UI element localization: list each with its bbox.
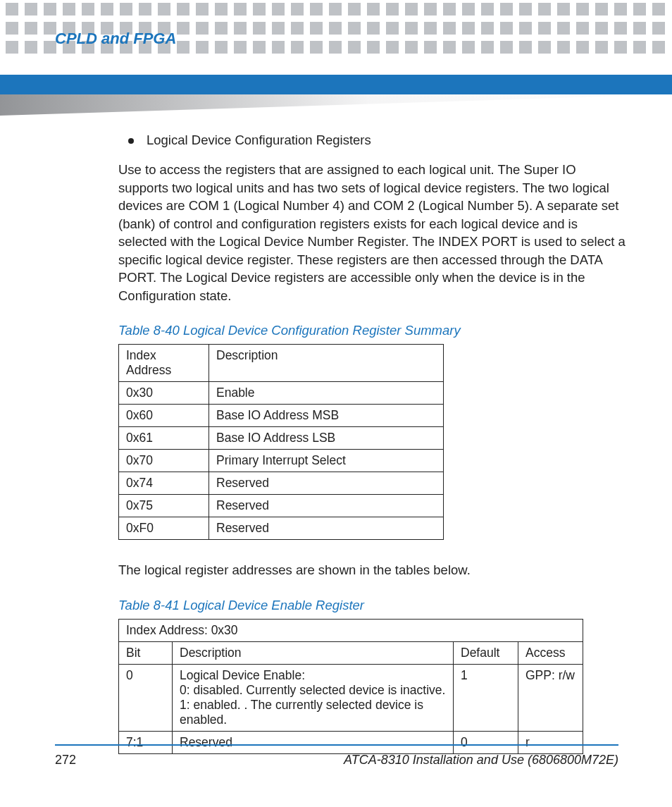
table-row: 0x74 Reserved	[119, 472, 444, 495]
table-cell: Reserved	[209, 472, 444, 495]
table-header-cell: Description	[173, 641, 454, 664]
table-header-cell: Description	[209, 345, 444, 382]
table-row: 0x30 Enable	[119, 382, 444, 405]
table-8-40: Index Address Description 0x30 Enable 0x…	[118, 344, 444, 540]
table-row: Bit Description Default Access	[119, 641, 583, 664]
paragraph-intro: Use to access the registers that are ass…	[118, 161, 626, 304]
table-row: 0x60 Base IO Address MSB	[119, 405, 444, 427]
table-cell: 0x30	[119, 382, 209, 405]
table-row: 0xF0 Reserved	[119, 517, 444, 540]
table-title-row: Index Address: 0x30	[119, 619, 583, 641]
table-8-41: Index Address: 0x30 Bit Description Defa…	[118, 619, 583, 754]
paragraph-between-tables: The logical register addresses are shown…	[118, 561, 626, 579]
footer-doc-title: ATCA-8310 Installation and Use (6806800M…	[344, 753, 618, 768]
page-number: 272	[55, 753, 76, 768]
table-cell: 0xF0	[119, 517, 209, 540]
table-cell: 0x60	[119, 405, 209, 427]
bullet-text: Logical Device Configuration Registers	[147, 133, 371, 148]
bullet-icon	[128, 138, 134, 144]
bullet-item: Logical Device Configuration Registers	[118, 133, 626, 148]
table-header-cell: Index Address	[119, 345, 209, 382]
table-cell: Logical Device Enable: 0: disabled. Curr…	[173, 664, 454, 731]
table-header-cell: Access	[518, 641, 583, 664]
table-cell: Reserved	[209, 495, 444, 517]
table-row: 0 Logical Device Enable: 0: disabled. Cu…	[119, 664, 583, 731]
table-cell: Primary Interrupt Select	[209, 450, 444, 472]
header-gray-taper	[0, 94, 672, 116]
table-cell: 0x75	[119, 495, 209, 517]
page-footer: 272 ATCA-8310 Installation and Use (6806…	[55, 744, 618, 768]
chapter-title: CPLD and FPGA	[55, 30, 176, 48]
page-content: Logical Device Configuration Registers U…	[118, 133, 626, 775]
table-row: 0x70 Primary Interrupt Select	[119, 450, 444, 472]
table-cell: Base IO Address MSB	[209, 405, 444, 427]
table-row: 0x75 Reserved	[119, 495, 444, 517]
table-cell: Enable	[209, 382, 444, 405]
table-header-cell: Default	[454, 641, 518, 664]
table-cell: 0x70	[119, 450, 209, 472]
table-row: Index Address: 0x30	[119, 619, 583, 641]
table-caption-8-41: Table 8-41 Logical Device Enable Registe…	[118, 598, 626, 613]
table-cell: 1	[454, 664, 518, 731]
table-cell: Reserved	[209, 517, 444, 540]
table-caption-8-40: Table 8-40 Logical Device Configuration …	[118, 323, 626, 338]
table-header-cell: Bit	[119, 641, 173, 664]
table-cell: GPP: r/w	[518, 664, 583, 731]
table-cell: 0	[119, 664, 173, 731]
table-row: Index Address Description	[119, 345, 444, 382]
table-cell: 0x61	[119, 427, 209, 450]
table-row: 0x61 Base IO Address LSB	[119, 427, 444, 450]
header-blue-bar	[0, 75, 672, 94]
table-cell: 0x74	[119, 472, 209, 495]
table-cell: Base IO Address LSB	[209, 427, 444, 450]
